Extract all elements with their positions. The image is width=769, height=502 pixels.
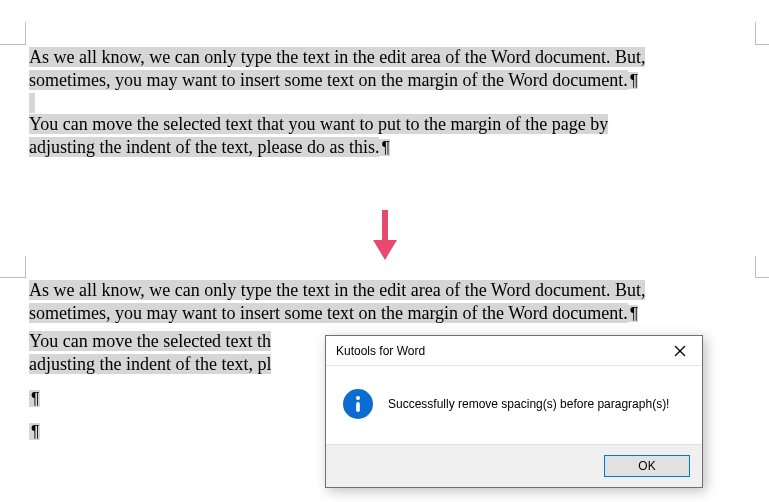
selected-text: adjusting the indent of the text, pl <box>29 354 271 374</box>
selected-text: sometimes, you may want to insert some t… <box>29 303 628 323</box>
message-dialog: Kutools for Word Successfully remove spa… <box>325 335 703 488</box>
selected-text: adjusting the indent of the text, please… <box>29 137 379 157</box>
close-icon <box>674 345 686 357</box>
close-button[interactable] <box>658 336 702 366</box>
down-arrow-icon <box>0 206 769 267</box>
pilcrow-icon: ¶ <box>379 139 390 156</box>
dialog-body: Successfully remove spacing(s) before pa… <box>326 366 702 444</box>
document-before: As we all know, we can only type the tex… <box>29 46 751 160</box>
selected-text: You can move the selected text th <box>29 331 271 351</box>
crop-mark <box>0 256 26 278</box>
dialog-footer: OK <box>326 444 702 487</box>
svg-marker-1 <box>373 240 397 260</box>
dialog-titlebar: Kutools for Word <box>326 336 702 366</box>
dialog-title: Kutools for Word <box>336 344 658 358</box>
pilcrow-icon: ¶ <box>29 423 40 440</box>
paragraph: You can move the selected text that you … <box>29 113 751 160</box>
ok-button[interactable]: OK <box>604 455 690 477</box>
selected-text: You can move the selected text that you … <box>29 114 608 134</box>
selected-text: As we all know, we can only type the tex… <box>29 280 645 300</box>
pilcrow-icon: ¶ <box>628 72 639 89</box>
selected-text: sometimes, you may want to insert some t… <box>29 70 628 90</box>
pilcrow-icon: ¶ <box>628 305 639 322</box>
info-icon <box>342 388 374 420</box>
dialog-message: Successfully remove spacing(s) before pa… <box>388 397 669 411</box>
crop-mark <box>755 256 769 278</box>
svg-point-5 <box>356 396 360 400</box>
crop-mark <box>0 22 26 45</box>
svg-rect-6 <box>356 402 360 412</box>
pilcrow-icon: ¶ <box>29 390 40 407</box>
crop-mark <box>755 22 769 45</box>
selected-text: As we all know, we can only type the tex… <box>29 47 645 67</box>
paragraph: As we all know, we can only type the tex… <box>29 46 751 93</box>
paragraph: As we all know, we can only type the tex… <box>29 279 751 326</box>
